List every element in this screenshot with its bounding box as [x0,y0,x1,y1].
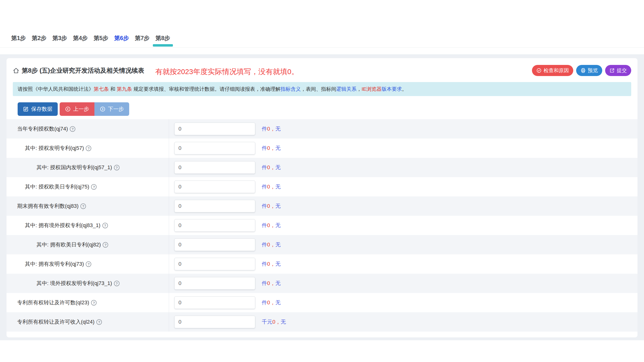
statistics-law-banner: 请按照《中华人民共和国统计法》第七条 和 第九条 规定要求填报、审核和管理统计数… [13,82,631,96]
field-input-cell: 件0，无 [169,216,280,235]
step-tab-label: 第4步 [73,35,88,41]
save-data-button[interactable]: 保存数据 [18,102,58,116]
value-input[interactable] [174,142,255,154]
field-suffix: 件0，无 [262,280,280,287]
form-card: 第8步 (五)企业研究开发活动及相关情况续表 有就按2023年度实际情况填写，没… [6,58,638,337]
suffix-zero: 0， [267,222,275,228]
help-icon[interactable]: ? [114,165,120,170]
help-icon[interactable]: ? [70,126,75,132]
field-label: 专利所有权转让及许可数(ql23) [17,299,89,306]
banner-text-segment: 请按照《中华人民共和国统计法》 [18,86,94,92]
unit-label: 件 [262,184,267,190]
field-suffix: 件0，无 [262,164,280,171]
header-buttons: 检查和原因 预览 提交 [532,65,631,76]
step-tab[interactable]: 第4步 [70,35,90,47]
help-icon[interactable]: ? [91,184,96,190]
suffix-zero: 0， [267,300,275,306]
step-tab[interactable]: 第3步 [50,35,70,47]
suffix-none: 无 [280,319,286,325]
field-label-cell: 专利所有权转让及许可数(ql23) ? [6,293,169,312]
help-icon[interactable]: ? [86,261,91,267]
field-label-cell: 专利所有权转让及许可收入(ql24) ? [6,312,169,332]
help-icon[interactable]: ? [102,223,108,228]
help-icon[interactable]: ? [91,300,96,306]
form-row: 专利所有权转让及许可数(ql23) ? 件0，无 [6,293,638,312]
field-suffix: 千元0，无 [262,318,286,326]
step-tab-label: 第1步 [11,35,26,41]
next-step-label: 下一步 [108,105,124,113]
banner-text-segment: 。 [402,86,407,92]
form-row: 其中: 授权欧美日专利(qj75) ? 件0，无 [6,177,638,196]
suffix-zero: 0， [267,184,275,190]
value-input[interactable] [174,161,255,174]
suffix-none: 无 [275,222,280,228]
step-tab[interactable]: 第2步 [29,35,49,47]
suffix-zero: 0， [267,242,275,248]
field-label-cell: 其中: 授权发明专利(qj57) ? [6,138,169,158]
value-input[interactable] [174,238,255,251]
step-tab[interactable]: 第8步 [152,35,173,47]
preview-label: 预览 [588,67,598,74]
value-input[interactable] [174,316,255,328]
suffix-zero: 0， [267,145,275,151]
form-row: 其中: 授权国内发明专利(qj57_1) ? 件0，无 [6,158,638,177]
previous-step-button[interactable]: 上一步 [60,102,94,116]
value-input[interactable] [174,296,255,309]
steps-bar: 第1步 第2步 第3步 第4步 第5步 第6步 第7步 第8步 [0,0,644,47]
help-icon[interactable]: ? [80,203,86,209]
page-title-text: 第8步 (五)企业研究开发活动及相关情况续表 [22,65,144,76]
card-header: 第8步 (五)企业研究开发活动及相关情况续表 有就按2023年度实际情况填写，没… [6,58,638,77]
field-label: 其中: 拥有欧美日专利(qj82) [36,241,101,248]
unit-label: 件 [262,145,267,151]
submit-button[interactable]: 提交 [605,65,631,76]
check-circle-icon [536,68,542,73]
banner-text-segment: 第九条 [117,86,132,92]
field-suffix: 件0，无 [262,145,280,152]
suffix-none: 无 [275,203,280,209]
check-reason-button[interactable]: 检查和原因 [532,65,573,76]
field-label: 其中: 拥有发明专利(qj73) [25,260,84,268]
form-row: 专利所有权转让及许可收入(ql24) ? 千元0，无 [6,312,638,332]
help-icon[interactable]: ? [114,281,120,286]
help-icon[interactable]: ? [86,145,91,151]
step-tab[interactable]: 第7步 [132,35,152,47]
field-suffix: 件0，无 [262,202,280,210]
banner-link[interactable]: 指标含义 [280,86,301,92]
next-step-button[interactable]: 下一步 [94,102,129,116]
preview-button[interactable]: 预览 [576,65,602,76]
field-label-cell: 其中: 拥有欧美日专利(qj82) ? [6,235,169,254]
step-tab[interactable]: 第6步 [111,35,132,47]
step-tab-label: 第8步 [156,35,170,41]
value-input[interactable] [174,181,255,193]
step-tab-label: 第7步 [135,35,150,41]
form-row: 其中: 拥有欧美日专利(qj82) ? 件0，无 [6,235,638,254]
page: 第1步 第2步 第3步 第4步 第5步 第6步 第7步 第8步 [0,0,644,362]
value-input[interactable] [174,277,255,290]
value-input[interactable] [174,258,255,270]
field-label: 期末拥有有效专利数(qj83) [17,202,78,210]
help-icon[interactable]: ? [102,242,108,248]
suffix-zero: 0， [272,319,280,325]
step-tab-label: 第5步 [94,35,108,41]
step-tab[interactable]: 第1步 [8,35,29,47]
banner-link[interactable]: 逻辑关系 [336,86,357,92]
step-tab[interactable]: 第5步 [90,35,111,47]
suffix-zero: 0， [267,203,275,209]
step-tab-label: 第6步 [114,35,129,41]
field-input-cell: 件0，无 [169,158,280,177]
field-label: 其中: 境外授权发明专利(qj73_1) [36,280,112,287]
unit-label: 千元 [262,319,272,325]
help-icon[interactable]: ? [96,319,102,325]
value-input[interactable] [174,123,255,135]
suffix-zero: 0， [267,280,275,286]
step-tab-label: 第2步 [32,35,46,41]
unit-label: 件 [262,126,267,132]
banner-text-segment: 规定要求填报、审核和管理统计数据。请仔细阅读报表，准确理解 [132,86,280,92]
value-input[interactable] [174,219,255,232]
banner-text-segment: 第七条 [94,86,109,92]
value-input[interactable] [174,200,255,212]
suffix-none: 无 [275,300,280,306]
banner-link[interactable]: 版本要求 [382,86,402,92]
field-input-cell: 件0，无 [169,254,280,274]
field-input-cell: 件0，无 [169,235,280,254]
